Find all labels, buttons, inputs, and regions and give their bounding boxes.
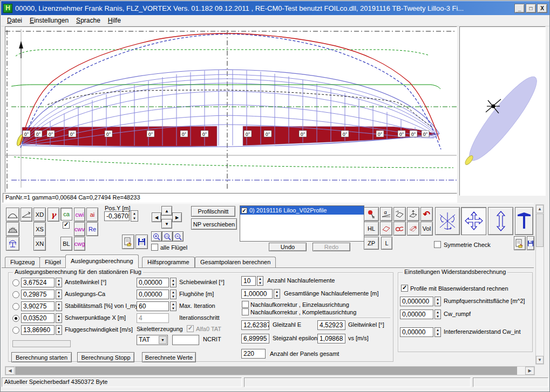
pan-down-button[interactable]: ▼: [161, 219, 172, 229]
cw-int-field[interactable]: 0,00000: [400, 327, 433, 337]
menu-datei[interactable]: Datei: [3, 16, 26, 25]
alle-fluegel-checkbox[interactable]: [151, 244, 158, 251]
wing-list-item[interactable]: ✓ 0) 20191116 Liloo_V02Profile: [240, 206, 364, 215]
tab-hilfsprogramme[interactable]: Hilfsprogramme: [142, 257, 195, 268]
cwi-button[interactable]: cwi: [74, 208, 85, 222]
pan-right-button[interactable]: ▶: [172, 212, 182, 222]
nachlauf-laenge-field[interactable]: 1,00000: [241, 289, 273, 299]
max-iteration-spinner[interactable]: ▲▼: [170, 301, 176, 311]
ca-checkbox[interactable]: [63, 222, 70, 229]
cw-int-spinner[interactable]: ▲▼: [434, 327, 441, 337]
schiebewinkel-spinner[interactable]: ▲▼: [170, 278, 176, 287]
panel-flat-button[interactable]: [393, 207, 406, 221]
vertical-scrollbar[interactable]: ▲ ▼: [535, 204, 544, 365]
zp-button[interactable]: ZP: [364, 237, 379, 250]
alpha-twist-button[interactable]: α: [380, 207, 392, 221]
maximize-button[interactable]: □: [526, 4, 536, 13]
pan-left-button[interactable]: ◀: [152, 212, 161, 222]
pan-up-button[interactable]: ▲: [161, 206, 172, 216]
alfa0-tat-checkbox[interactable]: [187, 325, 194, 332]
vertical-move-button[interactable]: [488, 207, 513, 235]
screw-button[interactable]: [393, 222, 406, 236]
tab-gesamtpolaren[interactable]: Gesamtpolaren berechnen: [195, 257, 276, 268]
skelett-dropdown[interactable]: TAT ▼: [137, 335, 168, 345]
close-button[interactable]: X: [537, 4, 547, 13]
scroll-right-button[interactable]: ▶: [525, 367, 534, 375]
pos-y-field[interactable]: -0,36705: [104, 211, 130, 221]
berechnung-starten-button[interactable]: Berechnung starten: [11, 352, 72, 362]
auslegungs-ca-field[interactable]: 0,29875: [21, 290, 55, 299]
rumpfquerschnitt-field[interactable]: 0,000000: [400, 297, 433, 306]
l-button[interactable]: L: [381, 237, 392, 250]
symmetrie-check-checkbox[interactable]: [434, 241, 441, 248]
horizontal-scrollbar[interactable]: ◀ ▶: [5, 366, 535, 375]
vertical-scroll-thumb[interactable]: [536, 214, 544, 247]
menu-hilfe[interactable]: Hilfe: [104, 16, 125, 25]
rumpfquerschnitt-spinner[interactable]: ▲▼: [434, 297, 441, 306]
export-geometry-button[interactable]: [514, 236, 526, 250]
flughoehe-field[interactable]: 0,00000: [137, 290, 169, 299]
scroll-down-button[interactable]: ▼: [536, 356, 544, 364]
radio-schwerpunktlage[interactable]: [12, 315, 19, 322]
stabilitaetsmass-field[interactable]: 3,90275: [21, 301, 55, 311]
xd-button[interactable]: XD: [33, 208, 46, 222]
dihedral-view-button[interactable]: [21, 208, 32, 222]
tab-fluegel[interactable]: Flügel: [39, 257, 66, 268]
nachlaufkorrektur-einzel-checkbox[interactable]: [242, 301, 249, 308]
fluggeschwindigkeit-field[interactable]: 13,86960: [21, 325, 55, 335]
scroll-left-button[interactable]: ◀: [5, 367, 15, 375]
radio-fluggeschwindigkeit[interactable]: [12, 327, 19, 334]
radio-auslegungs-ca[interactable]: [12, 291, 19, 298]
undo-button[interactable]: Undo: [269, 243, 307, 251]
wing-list-item-checkbox[interactable]: ✓: [241, 208, 247, 214]
vol-button[interactable]: Vol: [420, 222, 433, 236]
ncrit-field[interactable]: [172, 335, 199, 345]
export-file-button[interactable]: [122, 235, 134, 249]
auslegungs-ca-spinner[interactable]: ▲▼: [56, 290, 62, 299]
xs-button[interactable]: XS: [33, 222, 46, 236]
minimize-button[interactable]: _: [514, 4, 525, 13]
schwerpunktlage-field[interactable]: 0,03520: [21, 313, 55, 323]
anstellwinkel-spinner[interactable]: ▲▼: [56, 278, 62, 287]
cw-rumpf-field[interactable]: 0,00000: [400, 310, 433, 319]
menu-einstellungen[interactable]: Einstellungen: [26, 16, 72, 25]
xn-button[interactable]: XN: [33, 237, 46, 251]
mesh-view-button[interactable]: [6, 222, 19, 236]
panel-raise-button[interactable]: [407, 207, 419, 221]
hl-button[interactable]: HL: [364, 222, 379, 236]
np-verschieben-button[interactable]: NP verschieben: [191, 218, 237, 230]
flughoehe-spinner[interactable]: ▲▼: [170, 290, 176, 299]
menu-sprache[interactable]: Sprache: [72, 16, 104, 25]
anstellwinkel-field[interactable]: 3,67524: [21, 278, 55, 287]
schiebewinkel-field[interactable]: 0,00000: [137, 278, 169, 287]
undo-edit-button[interactable]: ↶: [420, 207, 433, 221]
panel-red-button[interactable]: [380, 222, 392, 236]
nachlaufkorrektur-komplett-checkbox[interactable]: [242, 308, 249, 315]
zoom-reset-button[interactable]: 1:1: [162, 231, 173, 242]
max-iteration-field[interactable]: 60: [137, 301, 169, 311]
redo-button[interactable]: Redo: [313, 243, 350, 251]
profilschnitt-button[interactable]: Profilschnitt: [191, 206, 235, 217]
radio-stabilitaetsmass[interactable]: [12, 303, 19, 310]
zoom-in-button[interactable]: [151, 231, 162, 242]
ai-button[interactable]: ai: [86, 208, 98, 222]
zoom-out-button[interactable]: [173, 231, 184, 242]
berechnung-stopp-button[interactable]: Berechnung Stopp: [77, 352, 134, 362]
cw-rumpf-spinner[interactable]: ▲▼: [434, 310, 441, 319]
cwv-button[interactable]: cwv: [74, 222, 85, 236]
pos-y-spinner[interactable]: ▲▼: [131, 210, 138, 222]
gamma-button[interactable]: γ: [47, 208, 59, 222]
nachlaufelemente-spinner[interactable]: ▲▼: [257, 276, 263, 286]
rotate-mode-button[interactable]: [435, 207, 460, 235]
nachlaufelemente-field[interactable]: 10: [241, 276, 256, 286]
planform-view-button[interactable]: [6, 208, 19, 222]
move-mode-button[interactable]: [461, 207, 486, 235]
parasol-view-button[interactable]: [6, 237, 19, 251]
pin-panel-button[interactable]: [364, 207, 379, 221]
tab-auslegungsberechnung[interactable]: Auslegungsberechnung: [65, 255, 139, 268]
berechnete-werte-button[interactable]: Berechnete Werte: [142, 352, 196, 362]
tab-flugzeug[interactable]: Flugzeug: [5, 257, 40, 268]
horizontal-scroll-thumb[interactable]: [15, 367, 517, 375]
radio-anstellwinkel[interactable]: [12, 279, 19, 286]
wing-3d-view[interactable]: [459, 26, 546, 196]
